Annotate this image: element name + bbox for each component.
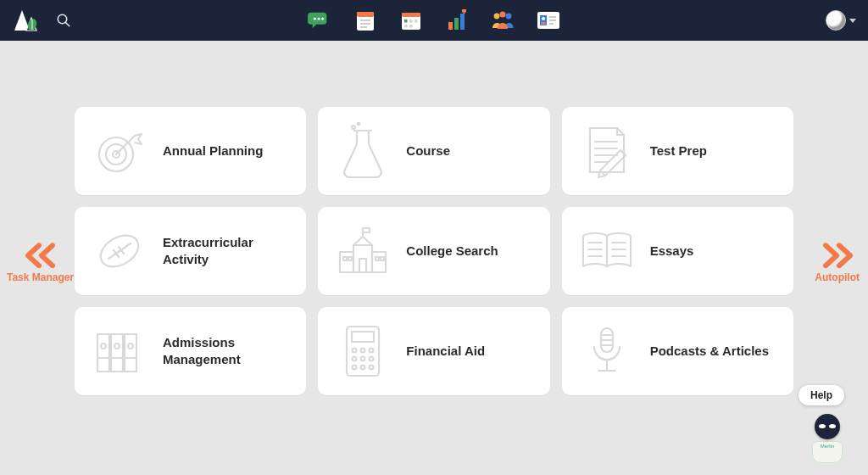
svg-point-6 — [318, 18, 320, 20]
svg-point-69 — [114, 344, 120, 349]
svg-rect-17 — [415, 20, 418, 23]
main-stage: Task Manager Autopilot Annual Planning — [0, 41, 868, 475]
svg-point-30 — [542, 17, 545, 20]
svg-rect-9 — [357, 12, 374, 17]
svg-rect-67 — [125, 334, 136, 372]
nav-next-label: Autopilot — [815, 271, 860, 283]
card-label: Admissions Management — [163, 334, 291, 369]
svg-rect-24 — [464, 12, 465, 14]
card-financial-aid[interactable]: Financial Aid — [318, 307, 549, 395]
svg-rect-49 — [340, 252, 353, 272]
football-icon — [90, 225, 149, 277]
svg-rect-58 — [381, 257, 384, 260]
svg-point-83 — [361, 366, 365, 370]
svg-point-7 — [321, 18, 324, 20]
target-icon — [90, 124, 149, 178]
nav-prev[interactable]: Task Manager — [7, 243, 74, 283]
svg-rect-15 — [404, 20, 408, 23]
svg-rect-50 — [372, 252, 386, 272]
svg-rect-18 — [404, 25, 408, 28]
stats-icon[interactable] — [444, 8, 470, 33]
card-label: Financial Aid — [406, 343, 485, 360]
binders-icon — [90, 324, 149, 378]
svg-point-68 — [101, 344, 106, 349]
microphone-icon — [577, 323, 637, 379]
nav-prev-label: Task Manager — [7, 271, 74, 283]
svg-line-46 — [108, 243, 131, 259]
svg-point-5 — [314, 18, 316, 20]
svg-point-76 — [353, 349, 357, 353]
calculator-icon — [333, 323, 392, 379]
svg-point-80 — [361, 357, 365, 361]
card-label: Extracurricular Activity — [163, 234, 291, 269]
svg-rect-65 — [97, 334, 109, 372]
chevron-down-icon — [849, 19, 856, 23]
svg-rect-57 — [376, 257, 379, 260]
search-icon[interactable] — [56, 13, 71, 28]
card-label: Course — [406, 142, 450, 159]
svg-point-26 — [499, 11, 505, 17]
nav-next[interactable]: Autopilot — [815, 243, 860, 283]
help-bubble-label: Help — [810, 389, 832, 401]
chevrons-right-icon — [819, 243, 856, 268]
bot-body: Merlin — [812, 441, 843, 463]
svg-point-79 — [353, 357, 357, 361]
avatar — [826, 10, 846, 31]
open-book-icon — [577, 227, 637, 275]
help-bubble[interactable]: Help — [798, 385, 844, 405]
svg-point-25 — [494, 14, 500, 20]
user-menu[interactable] — [826, 10, 856, 31]
card-college-search[interactable]: College Search — [318, 207, 549, 295]
svg-point-40 — [358, 123, 360, 126]
svg-point-39 — [352, 126, 355, 129]
svg-line-4 — [65, 22, 70, 26]
help-bot[interactable]: Merlin — [809, 414, 846, 463]
svg-point-27 — [506, 14, 512, 20]
school-building-icon — [333, 221, 392, 281]
community-icon[interactable] — [490, 8, 515, 33]
svg-rect-21 — [454, 18, 459, 30]
card-label: Annual Planning — [163, 142, 263, 159]
app-logo[interactable] — [12, 8, 41, 33]
svg-point-77 — [361, 349, 365, 353]
svg-rect-14 — [402, 13, 420, 17]
svg-point-78 — [370, 349, 374, 353]
card-admissions[interactable]: Admissions Management — [75, 307, 306, 395]
top-navbar — [0, 0, 868, 41]
svg-rect-54 — [359, 259, 366, 272]
card-label: Essays — [650, 243, 694, 260]
card-essays[interactable]: Essays — [562, 207, 793, 295]
card-label: College Search — [406, 243, 498, 260]
card-annual-planning[interactable]: Annual Planning — [75, 107, 306, 195]
card-podcasts[interactable]: Podcasts & Articles — [562, 307, 793, 395]
card-extracurricular[interactable]: Extracurricular Activity — [75, 207, 306, 295]
card-course[interactable]: Course — [318, 107, 549, 195]
svg-rect-22 — [460, 14, 465, 30]
svg-rect-66 — [111, 334, 123, 372]
calendar-icon[interactable] — [398, 8, 424, 33]
card-label: Test Prep — [650, 142, 707, 159]
svg-rect-20 — [448, 22, 453, 30]
topbar-center-nav — [307, 0, 561, 41]
svg-rect-75 — [352, 332, 374, 342]
id-card-icon[interactable] — [536, 8, 561, 33]
card-label: Podcasts & Articles — [650, 343, 769, 360]
chat-icon[interactable] — [307, 8, 332, 33]
bot-head-icon — [815, 414, 840, 439]
chevrons-left-icon — [22, 243, 59, 268]
svg-point-81 — [370, 357, 374, 361]
svg-rect-16 — [409, 20, 413, 23]
svg-point-82 — [353, 366, 357, 370]
notes-icon[interactable] — [353, 8, 378, 33]
module-grid: Annual Planning Course Te — [75, 107, 793, 395]
bot-name-label: Merlin — [821, 444, 834, 449]
svg-rect-55 — [343, 257, 347, 260]
svg-rect-23 — [462, 9, 466, 13]
svg-rect-56 — [348, 257, 352, 260]
flask-icon — [333, 122, 392, 180]
svg-point-84 — [370, 366, 374, 370]
svg-rect-19 — [409, 25, 413, 28]
svg-point-70 — [128, 344, 133, 349]
svg-marker-52 — [353, 237, 372, 245]
card-test-prep[interactable]: Test Prep — [562, 107, 793, 195]
